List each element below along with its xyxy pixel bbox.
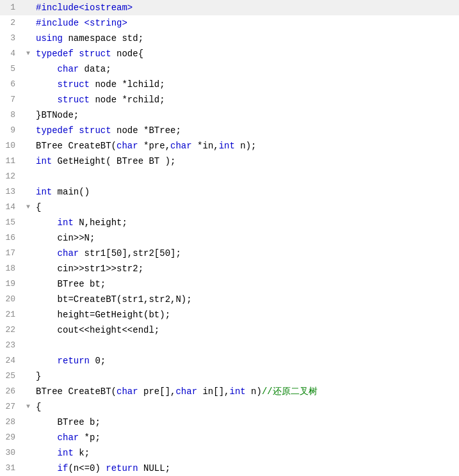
token: typedef: [36, 125, 74, 136]
code-line: 30 int k;: [0, 445, 459, 461]
token: int: [36, 156, 52, 166]
code-content: struct node *lchild;: [33, 77, 459, 92]
fold-arrow[interactable]: ▼: [23, 46, 33, 61]
code-line: 29 char *p;: [0, 430, 459, 445]
token: n): [246, 386, 262, 397]
token: char: [117, 141, 138, 151]
token: char: [170, 141, 192, 151]
code-line: 22 cout<<height<<endl;: [0, 322, 459, 338]
token: N,height;: [74, 218, 127, 228]
code-content: height=GetHeight(bt);: [33, 307, 459, 322]
code-content: cin>>str1>>str2;: [33, 261, 459, 276]
token: cin>>N;: [36, 233, 95, 243]
line-number: 10: [0, 138, 23, 154]
code-line: 15 int N,height;: [0, 215, 459, 230]
code-line: 6 struct node *lchild;: [0, 77, 459, 92]
token: #include: [36, 3, 79, 13]
code-content: cin>>N;: [33, 230, 459, 246]
token: struct: [58, 95, 90, 105]
token: }: [36, 371, 41, 381]
code-content: }BTNode;: [33, 107, 459, 123]
code-content: using namespace std;: [33, 31, 459, 46]
code-line: 17 char str1[50],str2[50];: [0, 246, 459, 261]
token: *in,: [192, 141, 219, 151]
line-number: 27: [0, 399, 23, 415]
code-content: int main(): [33, 184, 459, 200]
token: node *BTree;: [111, 125, 181, 136]
code-content: char data;: [33, 61, 459, 77]
code-line: 26BTree CreateBT(char pre[],char in[],in…: [0, 384, 459, 399]
token: return: [106, 463, 138, 473]
line-number: 23: [0, 338, 23, 353]
token: NULL;: [138, 463, 170, 473]
code-content: {: [33, 200, 459, 215]
token: }BTNode;: [36, 110, 79, 120]
line-number: 30: [0, 445, 23, 461]
token: str1[50],str2[50];: [79, 248, 181, 258]
token: char: [117, 386, 138, 397]
code-line: 24 return 0;: [0, 353, 459, 369]
code-content: #include<iostream>: [33, 0, 459, 15]
code-content: if(n<=0) return NULL;: [33, 461, 459, 476]
line-number: 5: [0, 61, 23, 77]
token: int: [219, 141, 235, 151]
code-line: 8}BTNode;: [0, 107, 459, 123]
token: namespace std;: [63, 33, 143, 44]
code-content: char str1[50],str2[50];: [33, 246, 459, 261]
token: [74, 125, 79, 136]
line-number: 25: [0, 369, 23, 384]
code-line: 4▼typedef struct node{: [0, 46, 459, 61]
code-line: 23: [0, 338, 459, 353]
fold-arrow[interactable]: ▼: [23, 399, 33, 415]
line-number: 17: [0, 246, 23, 261]
token: main(): [52, 187, 90, 197]
code-line: 31 if(n<=0) return NULL;: [0, 461, 459, 476]
line-number: 26: [0, 384, 23, 399]
token: cin>>str1>>str2;: [36, 264, 143, 274]
token: node{: [111, 49, 143, 59]
code-line: 19 BTree bt;: [0, 276, 459, 292]
line-number: 2: [0, 15, 23, 31]
token: pre[],: [138, 386, 176, 397]
code-line: 2#include <string>: [0, 15, 459, 31]
code-line: 14▼{: [0, 200, 459, 215]
token: {: [36, 202, 41, 212]
code-line: 20 bt=CreateBT(str1,str2,N);: [0, 292, 459, 307]
line-number: 7: [0, 92, 23, 107]
line-number: 1: [0, 0, 23, 15]
line-number: 3: [0, 31, 23, 46]
line-number: 20: [0, 292, 23, 307]
token: 0;: [90, 356, 106, 366]
token: BTree CreateBT(: [36, 386, 117, 397]
code-line: 9typedef struct node *BTree;: [0, 123, 459, 138]
line-number: 6: [0, 77, 23, 92]
code-content: typedef struct node *BTree;: [33, 123, 459, 138]
code-content: {: [33, 399, 459, 415]
line-number: 19: [0, 276, 23, 292]
token: char: [175, 386, 197, 397]
token: if: [58, 463, 68, 473]
token: [36, 248, 58, 258]
fold-arrow[interactable]: ▼: [23, 200, 33, 215]
token: [36, 218, 58, 228]
code-line: 3using namespace std;: [0, 31, 459, 46]
token: cout<<height<<endl;: [36, 325, 159, 335]
line-number: 15: [0, 215, 23, 230]
token: [36, 79, 58, 90]
token: *pre,: [138, 141, 170, 151]
token: int: [229, 386, 245, 397]
code-content: BTree bt;: [33, 276, 459, 292]
token: node *rchild;: [90, 95, 165, 105]
line-number: 11: [0, 154, 23, 169]
token: typedef: [36, 49, 74, 59]
code-line: 21 height=GetHeight(bt);: [0, 307, 459, 322]
code-content: struct node *rchild;: [33, 92, 459, 107]
token: GetHeight( BTree BT );: [52, 156, 175, 166]
code-content: char *p;: [33, 430, 459, 445]
token: <iostream>: [79, 3, 133, 13]
token: [36, 64, 58, 74]
token: struct: [79, 125, 111, 136]
code-line: 27▼{: [0, 399, 459, 415]
token: BTree CreateBT(: [36, 141, 117, 151]
token: return: [58, 356, 90, 366]
